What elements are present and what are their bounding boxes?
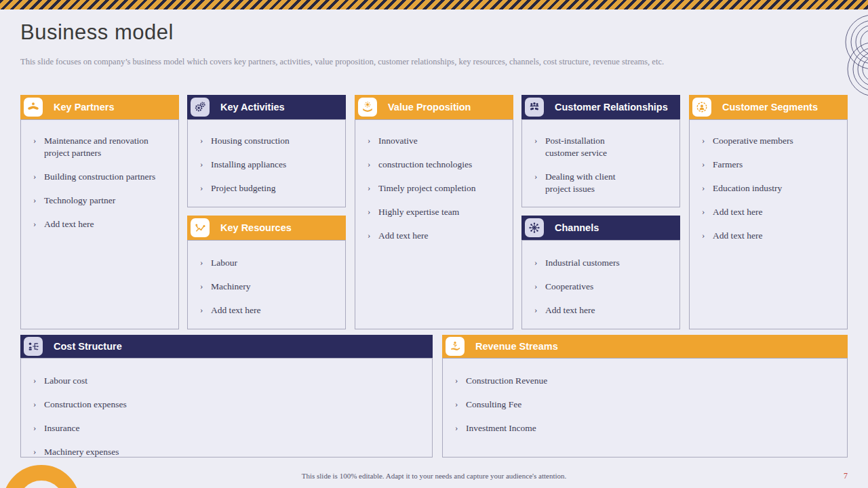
section-title: Cost Structure — [54, 341, 122, 352]
list-item: Add text here — [366, 230, 509, 242]
list-item: Add text here — [199, 304, 341, 317]
list-item: Machinery expenses — [32, 446, 428, 458]
section-title: Revenue Streams — [475, 341, 558, 352]
section-revenue-streams: Revenue Streams Construction Revenue Con… — [442, 335, 848, 458]
section-cost-structure: Cost Structure Labour cost Construction … — [20, 335, 433, 458]
list-item: construction technologies — [366, 159, 509, 171]
list-item: Investment Income — [454, 422, 843, 434]
section-title: Customer Relationships — [555, 102, 668, 113]
list-item: Building construction partners — [32, 171, 174, 183]
list-item: Construction Revenue — [454, 375, 843, 387]
section-key-resources: Key Resources Labour Machinery Add text … — [187, 216, 346, 329]
customer-relationships-body: Post-installation customer service Deali… — [521, 119, 680, 207]
list-item: Insurance — [32, 422, 428, 434]
section-title: Customer Segments — [722, 102, 818, 113]
channels-header: Channels — [521, 216, 680, 240]
section-channels: Channels Industrial customers Cooperativ… — [521, 216, 680, 329]
hazard-stripe-decoration — [0, 0, 868, 9]
list-item: Education industry — [701, 182, 843, 195]
editable-note: This slide is 100% editable. Adapt it to… — [0, 472, 868, 480]
list-item: Project budgeting — [199, 182, 341, 195]
list-item: Dealing with client project issues — [533, 171, 635, 195]
slide: Business model This slide focuses on com… — [0, 0, 868, 488]
key-activities-header: Key Activities — [187, 95, 346, 119]
handshake-icon — [24, 98, 43, 117]
list-item: Innovative — [366, 135, 509, 147]
list-item: Cooperative members — [701, 135, 843, 147]
section-title: Key Partners — [54, 102, 114, 113]
list-item: Add text here — [701, 230, 843, 242]
section-customer-segments: Customer Segments Cooperative members Fa… — [689, 95, 848, 329]
growth-path-icon — [191, 218, 210, 237]
gears-icon — [191, 98, 210, 117]
slide-title: Business model — [20, 20, 174, 45]
value-proposition-body: Innovative construction technologies Tim… — [355, 119, 513, 329]
page-number: 7 — [844, 471, 848, 481]
customer-segments-header: Customer Segments — [689, 95, 848, 119]
list-item: Machinery — [199, 281, 341, 293]
key-partners-header: Key Partners — [20, 95, 179, 119]
list-item: Construction expenses — [32, 399, 428, 411]
network-hub-icon — [525, 218, 544, 237]
cost-structure-header: Cost Structure — [20, 335, 433, 358]
key-partners-body: Maintenance and renovation project partn… — [20, 119, 179, 329]
list-item: Housing construction — [199, 135, 341, 147]
list-item: Labour cost — [32, 375, 428, 387]
slide-subtitle: This slide focuses on company’s business… — [20, 57, 766, 67]
list-item: Add text here — [32, 218, 174, 230]
people-handshake-icon — [525, 98, 544, 117]
list-item: Farmers — [701, 159, 843, 171]
section-value-proposition: Value Proposition Innovative constructio… — [355, 95, 513, 329]
section-title: Key Resources — [220, 222, 292, 233]
list-item: Installing appliances — [199, 159, 341, 171]
revenue-streams-header: Revenue Streams — [442, 335, 848, 358]
value-proposition-header: Value Proposition — [355, 95, 513, 119]
section-key-activities: Key Activities Housing construction Inst… — [187, 95, 346, 207]
person-target-icon — [692, 98, 711, 117]
concentric-circles-decoration — [835, 15, 868, 95]
list-item: Add text here — [701, 206, 843, 218]
list-item: Consulting Fee — [454, 399, 843, 411]
cost-flow-icon — [24, 337, 43, 356]
list-item: Highly expertise team — [366, 206, 509, 218]
customer-segments-body: Cooperative members Farmers Education in… — [689, 119, 848, 329]
section-key-partners: Key Partners Maintenance and renovation … — [20, 95, 179, 329]
channels-body: Industrial customers Cooperatives Add te… — [521, 240, 680, 329]
list-item: Industrial customers — [533, 257, 675, 269]
section-title: Value Proposition — [388, 102, 471, 113]
list-item: Labour — [199, 257, 341, 269]
key-resources-header: Key Resources — [187, 216, 346, 240]
list-item: Post-installation customer service — [533, 135, 635, 159]
list-item: Technology partner — [32, 195, 174, 207]
hands-gear-icon — [358, 98, 377, 117]
key-activities-body: Housing construction Installing applianc… — [187, 119, 346, 207]
customer-relationships-header: Customer Relationships — [521, 95, 680, 119]
hand-plant-icon — [446, 337, 465, 356]
section-title: Key Activities — [220, 102, 285, 113]
list-item: Timely project completion — [366, 182, 509, 195]
list-item: Add text here — [533, 304, 675, 317]
section-customer-relationships: Customer Relationships Post-installation… — [521, 95, 680, 207]
section-title: Channels — [555, 222, 599, 233]
cost-structure-body: Labour cost Construction expenses Insura… — [20, 358, 433, 458]
list-item: Cooperatives — [533, 281, 675, 293]
key-resources-body: Labour Machinery Add text here — [187, 240, 346, 329]
revenue-streams-body: Construction Revenue Consulting Fee Inve… — [442, 358, 848, 458]
list-item: Maintenance and renovation project partn… — [32, 135, 174, 159]
